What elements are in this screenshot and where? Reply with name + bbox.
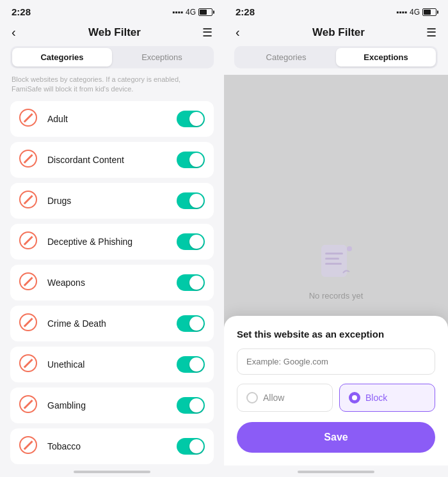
category-item-crime[interactable]: Crime & Death (10, 306, 214, 341)
category-item-deceptive[interactable]: Deceptive & Phishing (10, 224, 214, 260)
svg-point-4 (347, 246, 352, 251)
toggle-adult[interactable] (177, 111, 205, 127)
left-panel: 2:28 ▪▪▪▪ 4G ‹ Web Filter ☰ Categories E… (0, 0, 224, 477)
no-entry-icon-weapons (19, 272, 40, 293)
no-entry-icon-deceptive (19, 231, 40, 252)
right-content-area: No records yet Set this website as an ex… (224, 75, 448, 465)
allow-label: Allow (263, 393, 284, 403)
right-battery-icon (422, 8, 436, 16)
svg-rect-3 (325, 263, 342, 265)
network-label: 4G (186, 8, 196, 17)
no-records-container: No records yet (309, 240, 364, 301)
toggle-drugs[interactable] (177, 192, 205, 209)
no-records-text: No records yet (309, 291, 364, 301)
toggle-unethical[interactable] (177, 356, 205, 373)
category-item-gambling[interactable]: Gambling (10, 387, 214, 423)
signal-icon: ▪▪▪▪ (172, 8, 183, 17)
category-label-crime: Crime & Death (47, 318, 177, 329)
allow-radio (246, 392, 258, 403)
toggle-discordant[interactable] (177, 152, 205, 168)
right-signal-icon: ▪▪▪▪ (396, 8, 407, 17)
right-panel: 2:28 ▪▪▪▪ 4G ‹ Web Filter ☰ Categories E… (224, 0, 448, 477)
left-header: ‹ Web Filter ☰ (0, 20, 224, 46)
category-label-deceptive: Deceptive & Phishing (47, 237, 177, 247)
right-menu-button[interactable]: ☰ (426, 26, 436, 40)
category-description: Block websites by categories. If a categ… (0, 75, 224, 101)
bottom-sheet: Set this website as an exception Allow B… (224, 316, 448, 465)
no-entry-icon-drugs (19, 191, 40, 211)
category-item-tobacco[interactable]: Tobacco (10, 428, 214, 464)
block-radio-inner (352, 395, 357, 400)
left-status-bar: 2:28 ▪▪▪▪ 4G (0, 0, 224, 20)
left-status-icons: ▪▪▪▪ 4G (172, 8, 212, 17)
website-input[interactable] (237, 348, 435, 375)
right-tab-bar: Categories Exceptions (234, 46, 438, 68)
toggle-weapons[interactable] (177, 274, 205, 291)
toggle-tobacco[interactable] (177, 438, 205, 455)
category-label-weapons: Weapons (47, 278, 177, 288)
right-back-button[interactable]: ‹ (236, 25, 251, 40)
right-status-icons: ▪▪▪▪ 4G (396, 8, 436, 17)
category-item-unethical[interactable]: Unethical (10, 347, 214, 382)
category-item-adult[interactable]: Adult (10, 101, 214, 137)
block-label: Block (365, 393, 387, 403)
category-list: Adult Discordant Content Drugs Deceptive… (0, 101, 224, 465)
right-page-title: Web Filter (312, 26, 365, 39)
category-item-discordant[interactable]: Discordant Content (10, 142, 214, 178)
svg-rect-1 (325, 253, 343, 254)
sheet-title: Set this website as an exception (237, 329, 435, 340)
left-time: 2:28 (12, 6, 31, 17)
toggle-gambling[interactable] (177, 397, 205, 414)
category-label-gambling: Gambling (47, 400, 177, 411)
right-status-bar: 2:28 ▪▪▪▪ 4G (224, 0, 448, 20)
document-icon (314, 240, 358, 285)
left-home-indicator (74, 471, 150, 473)
category-label-drugs: Drugs (47, 196, 177, 206)
category-label-discordant: Discordant Content (47, 155, 177, 165)
allow-option[interactable]: Allow (237, 384, 333, 412)
left-back-button[interactable]: ‹ (12, 25, 27, 40)
left-tab-bar: Categories Exceptions (10, 46, 214, 68)
category-label-tobacco: Tobacco (47, 441, 177, 451)
right-network-label: 4G (410, 8, 420, 17)
right-tab-exceptions[interactable]: Exceptions (336, 48, 436, 66)
tab-categories[interactable]: Categories (12, 48, 112, 66)
right-time: 2:28 (236, 6, 255, 17)
save-button[interactable]: Save (237, 422, 435, 453)
block-option[interactable]: Block (339, 384, 435, 412)
right-tab-categories[interactable]: Categories (236, 48, 336, 66)
tab-exceptions[interactable]: Exceptions (112, 48, 212, 66)
no-entry-icon-crime (19, 313, 40, 334)
no-entry-icon-discordant (19, 150, 40, 170)
toggle-deceptive[interactable] (177, 233, 205, 250)
no-entry-icon-gambling (19, 395, 40, 416)
battery-icon (198, 8, 212, 16)
category-label-adult: Adult (47, 114, 177, 124)
category-label-unethical: Unethical (47, 359, 177, 370)
right-header: ‹ Web Filter ☰ (224, 20, 448, 46)
left-menu-button[interactable]: ☰ (202, 26, 212, 40)
no-entry-icon-unethical (19, 354, 40, 375)
no-entry-icon-tobacco (19, 436, 40, 457)
category-item-drugs[interactable]: Drugs (10, 183, 214, 219)
left-page-title: Web Filter (88, 26, 141, 39)
toggle-crime[interactable] (177, 315, 205, 332)
right-home-indicator (298, 471, 374, 473)
block-radio (349, 392, 360, 403)
sheet-options: Allow Block (237, 384, 435, 412)
no-entry-icon-adult (19, 109, 40, 129)
category-item-weapons[interactable]: Weapons (10, 265, 214, 301)
svg-rect-2 (325, 258, 339, 260)
